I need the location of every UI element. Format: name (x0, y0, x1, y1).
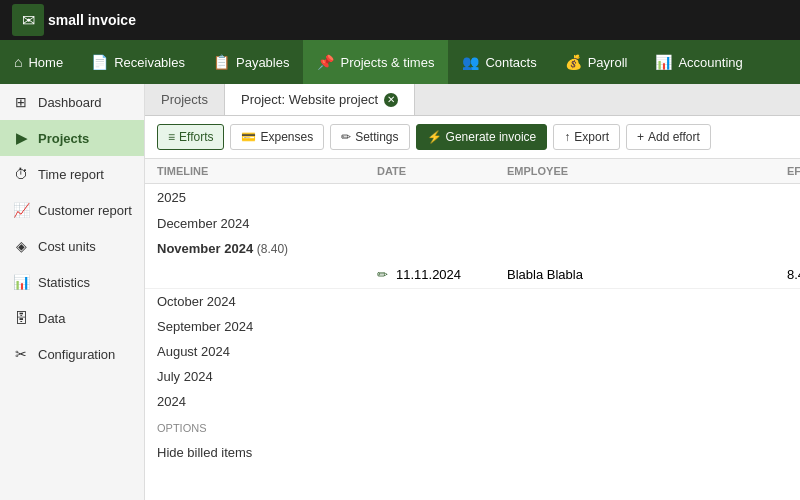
add-effort-icon: + (637, 130, 644, 144)
top-bar: ✉ small invoice (0, 0, 800, 40)
sidebar-item-statistics[interactable]: 📊 Statistics (0, 264, 144, 300)
projects-icon: 📌 (317, 54, 334, 70)
export-icon: ↑ (564, 130, 570, 144)
sidebar-item-dashboard[interactable]: ⊞ Dashboard (0, 84, 144, 120)
time-report-icon: ⏱ (12, 166, 30, 182)
nav-accounting[interactable]: 📊 Accounting (641, 40, 756, 84)
timeline-month-november-container: November 2024 (8.40) ✏ 11.11.2024 Blabla… (145, 236, 800, 289)
sidebar-item-cost-units[interactable]: ◈ Cost units (0, 228, 144, 264)
accounting-icon: 📊 (655, 54, 672, 70)
efforts-icon: ≡ (168, 130, 175, 144)
sidebar-item-customer-report[interactable]: 📈 Customer report (0, 192, 144, 228)
expenses-button[interactable]: 💳 Expenses (230, 124, 324, 150)
timeline-month-august[interactable]: August 2024 (145, 339, 800, 364)
tab-close-button[interactable]: ✕ (384, 93, 398, 107)
sidebar-item-data[interactable]: 🗄 Data (0, 300, 144, 336)
nav-home[interactable]: ⌂ Home (0, 40, 77, 84)
efforts-button[interactable]: ≡ Efforts (157, 124, 224, 150)
sidebar-item-time-report[interactable]: ⏱ Time report (0, 156, 144, 192)
tabs: Projects Project: Website project ✕ (145, 84, 800, 116)
cost-units-icon: ◈ (12, 238, 30, 254)
nav-contacts[interactable]: 👥 Contacts (448, 40, 550, 84)
table-area: TIMELINE DATE EMPLOYEE EFFORT ACTIVITY 2… (145, 159, 800, 500)
settings-icon: ✏ (341, 130, 351, 144)
content-area: Projects Project: Website project ✕ ≡ Ef… (145, 84, 800, 500)
options-section: OPTIONS Hide billed items (145, 414, 800, 473)
timeline-month-october[interactable]: October 2024 (145, 289, 800, 314)
timeline-month-december[interactable]: December 2024 (145, 211, 800, 236)
projects-sidebar-icon: ▶ (12, 130, 30, 146)
tab-projects[interactable]: Projects (145, 84, 225, 115)
dashboard-icon: ⊞ (12, 94, 30, 110)
contacts-icon: 👥 (462, 54, 479, 70)
configuration-icon: ✂ (12, 346, 30, 362)
svg-text:✉: ✉ (22, 12, 35, 29)
main-layout: ⊞ Dashboard ▶ Projects ⏱ Time report 📈 C… (0, 84, 800, 500)
nav-payroll[interactable]: 💰 Payroll (551, 40, 642, 84)
statistics-icon: 📊 (12, 274, 30, 290)
nav-projects[interactable]: 📌 Projects & times (303, 40, 448, 84)
timeline-month-july[interactable]: July 2024 (145, 364, 800, 389)
timeline-year-2024[interactable]: 2024 (145, 389, 800, 414)
sidebar-item-configuration[interactable]: ✂ Configuration (0, 336, 144, 372)
generate-invoice-button[interactable]: ⚡ Generate invoice (416, 124, 548, 150)
receivables-icon: 📄 (91, 54, 108, 70)
sidebar-item-projects[interactable]: ▶ Projects (0, 120, 144, 156)
logo-text: small invoice (48, 12, 136, 28)
nav-receivables[interactable]: 📄 Receivables (77, 40, 199, 84)
timeline-year: 2025 (145, 184, 800, 211)
customer-report-icon: 📈 (12, 202, 30, 218)
data-icon: 🗄 (12, 310, 30, 326)
logo-icon: ✉ (12, 4, 44, 36)
nav-payables[interactable]: 📋 Payables (199, 40, 303, 84)
generate-invoice-icon: ⚡ (427, 130, 442, 144)
edit-icon[interactable]: ✏ (377, 267, 388, 282)
payables-icon: 📋 (213, 54, 230, 70)
timeline-month-november[interactable]: November 2024 (8.40) (145, 236, 800, 261)
table-header: TIMELINE DATE EMPLOYEE EFFORT ACTIVITY (145, 159, 800, 184)
tab-website-project[interactable]: Project: Website project ✕ (225, 84, 415, 115)
logo: ✉ small invoice (12, 4, 136, 36)
settings-button[interactable]: ✏ Settings (330, 124, 409, 150)
toolbar: ≡ Efforts 💳 Expenses ✏ Settings ⚡ Genera… (145, 116, 800, 159)
timeline-month-september[interactable]: September 2024 (145, 314, 800, 339)
add-effort-button[interactable]: + Add effort (626, 124, 711, 150)
home-icon: ⌂ (14, 54, 22, 70)
options-label: OPTIONS (157, 422, 788, 434)
export-button[interactable]: ↑ Export (553, 124, 620, 150)
options-hide-billed[interactable]: Hide billed items (157, 440, 788, 465)
payroll-icon: 💰 (565, 54, 582, 70)
sidebar: ⊞ Dashboard ▶ Projects ⏱ Time report 📈 C… (0, 84, 145, 500)
nav-bar: ⌂ Home 📄 Receivables 📋 Payables 📌 Projec… (0, 40, 800, 84)
expenses-icon: 💳 (241, 130, 256, 144)
table-row: ✏ 11.11.2024 Blabla Blabla 8.40 h - (145, 261, 800, 289)
